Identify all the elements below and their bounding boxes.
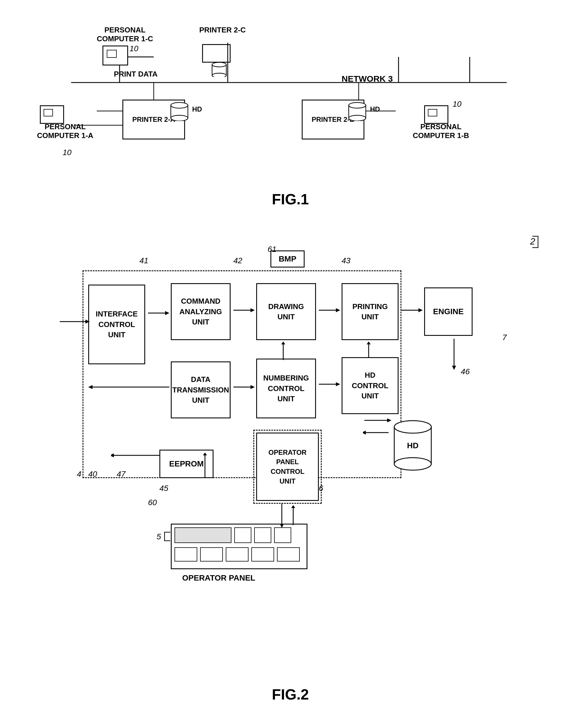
ref-47: 47 xyxy=(117,470,126,479)
hd-left-label: HD xyxy=(192,105,202,113)
engine-box: ENGINE xyxy=(424,287,473,336)
operator-panel-device xyxy=(171,524,307,569)
arrow-hdcontrol-hd xyxy=(363,415,391,426)
ref5-bracket xyxy=(162,529,173,544)
arrow-numbering-drawing xyxy=(278,341,289,361)
ref-6: 6 xyxy=(319,484,323,493)
label-10-bottomleft: 10 xyxy=(62,148,72,157)
operator-panel-control-unit: OPERATORPANELCONTROLUNIT xyxy=(256,433,319,501)
ref-4: 4 xyxy=(77,470,81,479)
hd-cylinder-right xyxy=(347,101,370,121)
arrow-opc-panel xyxy=(276,502,287,528)
hd-cylinder-fig2: HD xyxy=(390,416,435,472)
svg-marker-37 xyxy=(88,385,93,389)
pc1c-label: PERSONALCOMPUTER 1-C xyxy=(97,26,153,43)
svg-marker-55 xyxy=(363,431,366,435)
ref-60: 60 xyxy=(148,498,157,507)
svg-marker-41 xyxy=(281,341,285,344)
svg-marker-27 xyxy=(85,320,90,323)
ref-40: 40 xyxy=(88,470,97,479)
printer-icon-2c xyxy=(202,44,231,62)
network3-label: NETWORK 3 xyxy=(342,74,393,84)
svg-marker-45 xyxy=(367,341,371,344)
fig2-diagram: 2 41 42 43 61 BMP INTERFACECONTROLUNIT C… xyxy=(28,228,552,706)
arrow-icu-cau xyxy=(147,307,169,319)
arrow-printing-engine xyxy=(400,305,423,316)
svg-marker-43 xyxy=(336,382,340,386)
svg-point-49 xyxy=(394,421,431,433)
svg-marker-29 xyxy=(165,311,169,315)
svg-marker-57 xyxy=(111,453,114,457)
ref-43: 43 xyxy=(342,256,350,265)
svg-marker-39 xyxy=(251,385,255,389)
arrow-eeprom-icu xyxy=(111,450,161,461)
arrow-input-icu xyxy=(57,316,91,327)
label-10-top: 10 xyxy=(129,44,138,53)
operator-panel-label: OPERATOR PANEL xyxy=(182,573,255,582)
svg-marker-61 xyxy=(280,524,284,528)
svg-marker-59 xyxy=(203,452,207,456)
ref-42: 42 xyxy=(233,256,242,265)
ref-5: 5 xyxy=(156,532,161,541)
arrow-dtu-numbering xyxy=(232,381,255,393)
svg-marker-33 xyxy=(336,308,340,312)
ref-41: 41 xyxy=(140,256,148,265)
hd-right-label: HD xyxy=(370,105,380,113)
ref-46: 46 xyxy=(461,367,470,376)
arrow-engine-down xyxy=(448,337,460,371)
screen-pc1b xyxy=(428,109,437,116)
svg-point-25 xyxy=(349,115,366,121)
svg-point-22 xyxy=(171,115,188,121)
label-10-bottomright: 10 xyxy=(453,100,461,109)
fig2-title: FIG.2 xyxy=(28,686,552,703)
svg-point-19 xyxy=(212,73,226,77)
pc1b-area: PERSONALCOMPUTER 1-B xyxy=(413,122,469,140)
arrow-cau-drawing xyxy=(232,305,255,316)
fig1-diagram: PERSONALCOMPUTER 1-C 10 PRINT DATA PRINT… xyxy=(28,17,552,211)
ref2-bracket xyxy=(527,233,541,251)
cylinder-2c xyxy=(211,61,228,77)
ref-45: 45 xyxy=(159,484,168,493)
svg-marker-53 xyxy=(387,418,391,422)
interface-control-unit: INTERFACECONTROLUNIT xyxy=(88,285,145,364)
printing-unit: PRINTINGUNIT xyxy=(342,283,399,340)
hd-control-unit: HDCONTROLUNIT xyxy=(342,357,399,414)
drawing-unit: DRAWINGUNIT xyxy=(256,283,316,340)
data-transmission-unit: DATATRANSMISSIONUNIT xyxy=(171,361,231,418)
svg-marker-63 xyxy=(291,505,295,508)
arrow-eeprom-dtu xyxy=(199,452,211,481)
svg-point-24 xyxy=(349,102,366,108)
command-analyzing-unit: COMMANDANALYZINGUNIT xyxy=(171,283,231,340)
ref-7: 7 xyxy=(502,333,507,342)
arrow-panel-opc xyxy=(287,505,299,528)
svg-marker-31 xyxy=(251,308,255,312)
arrow-numbering-hdcontrol xyxy=(318,379,340,390)
arrow-hdcontrol-printing xyxy=(363,341,374,359)
svg-point-50 xyxy=(394,458,431,470)
svg-marker-47 xyxy=(452,366,456,370)
fig1-title: FIG.1 xyxy=(28,191,552,208)
svg-point-21 xyxy=(171,102,188,108)
hd-cylinder-left xyxy=(169,101,192,121)
print-data-label: PRINT DATA xyxy=(114,70,158,79)
screen-pc1a xyxy=(44,109,53,116)
printer2c-label: PRINTER 2-C xyxy=(199,26,246,34)
arrow-dtu-icu xyxy=(88,381,171,393)
numbering-control-unit: NUMBERINGCONTROLUNIT xyxy=(256,359,316,418)
pc1a-area: PERSONALCOMPUTER 1-A xyxy=(37,122,93,140)
svg-text:HD: HD xyxy=(407,441,419,450)
arrow-hd-hdcontrol xyxy=(363,427,391,438)
bmp-box: BMP xyxy=(271,251,305,267)
screen-pc1c xyxy=(107,50,117,58)
svg-marker-35 xyxy=(419,308,423,312)
arrow-drawing-printing xyxy=(318,305,340,316)
svg-point-18 xyxy=(212,62,226,67)
